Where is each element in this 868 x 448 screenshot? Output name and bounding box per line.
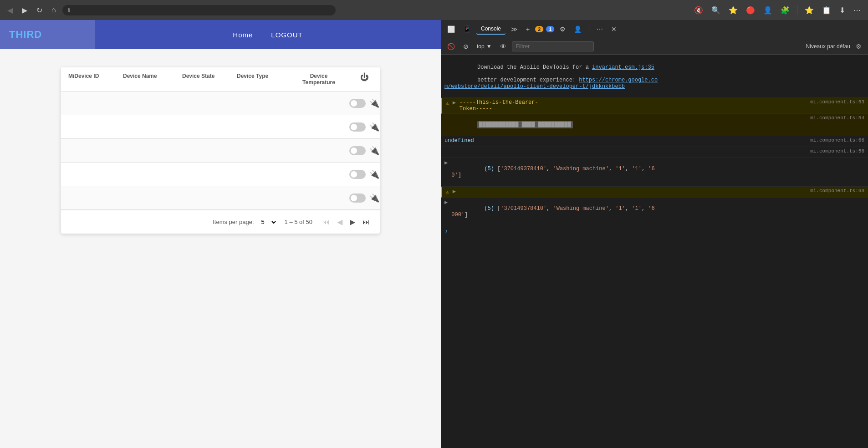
table-row: 🔌 (61, 186, 380, 210)
warning-icon-2: ⚠ (446, 189, 449, 195)
devtools-filter-toggle[interactable]: ⊘ (460, 41, 471, 52)
forward-button[interactable]: ▶ (19, 4, 30, 16)
pagination-bar: Items per page: 5 10 25 50 1 – 5 of 50 ⏮… (61, 210, 380, 234)
prev-page-button[interactable]: ◀ (334, 216, 345, 228)
home-link[interactable]: Home (233, 31, 253, 39)
top-selector[interactable]: top ▼ (474, 42, 495, 51)
expand-icon-2[interactable]: ▶ (444, 159, 448, 166)
warning-icon-1: ⚠ (446, 100, 449, 106)
expand-icon-1[interactable]: ▶ (453, 99, 456, 106)
expand-icon-3[interactable]: ▶ (453, 188, 456, 195)
toggle-slider-5 (349, 193, 366, 203)
collections-button[interactable]: 📋 (819, 4, 834, 16)
console-line-array1: ▶ (5) ['370149378410', 'Washing machine'… (441, 158, 868, 187)
app-brand: THIRD (0, 20, 95, 49)
console-file-2[interactable]: mi.component.ts:54 (810, 115, 864, 121)
toggle-slider-4 (349, 170, 366, 179)
devtools-console: Download the Apollo DevTools for a invar… (441, 55, 868, 448)
console-input[interactable] (454, 228, 864, 234)
downloads-button[interactable]: ⬇ (837, 4, 848, 16)
power-icon-header: ⏻ (360, 73, 368, 82)
devtools-panel: ⬜ 📱 Console ≫ + 2 1 ⚙ 👤 ⋯ ✕ 🚫 ⊘ top ▼ 👁 … (441, 20, 868, 448)
console-line-hidden: ████████████ ████ ██████████ mi.componen… (441, 114, 868, 136)
devtools-eye-button[interactable]: 👁 (497, 41, 509, 52)
console-text-apollo: Download the Apollo DevTools for a invar… (444, 58, 864, 96)
toggle-slider-1 (349, 99, 366, 108)
extensions-button[interactable]: 🧩 (778, 4, 792, 16)
page-nav-buttons: ⏮ ◀ ▶ ⏭ (320, 216, 373, 228)
address-bar: ℹ localhost:4200/mi (62, 5, 336, 15)
favorites-button[interactable]: ⭐ (802, 4, 817, 16)
devtools-add-button[interactable]: + (523, 24, 532, 35)
devtools-tab-console[interactable]: Console (476, 24, 505, 35)
app-navbar: THIRD Home LOGOUT (0, 20, 441, 49)
extension-red-button[interactable]: 🔴 (743, 4, 758, 16)
back-button[interactable]: ◀ (5, 4, 15, 16)
expand-icon-4[interactable]: ▶ (444, 199, 448, 206)
col-header-state: Device State (182, 73, 237, 86)
console-line-array2: ▶ (5) ['370149378410', 'Washing machine'… (441, 198, 868, 226)
cell-actions-5: 🔌 (346, 193, 380, 203)
reload-button[interactable]: ↻ (34, 4, 45, 16)
bookmark-button[interactable]: ⭐ (726, 4, 740, 16)
top-dropdown-icon: ▼ (486, 43, 492, 50)
console-text-bearer: -----This-is-the-Bearer-Token----- (460, 99, 807, 112)
cell-actions-4: 🔌 (346, 169, 380, 179)
devtools-filter-input[interactable] (512, 41, 594, 51)
console-line-apollo: Download the Apollo DevTools for a invar… (441, 56, 868, 98)
console-text-hidden: ████████████ ████ ██████████ (444, 115, 807, 134)
console-file-5[interactable]: mi.component.ts:63 (810, 188, 864, 193)
prompt-icon: › (444, 228, 448, 235)
items-per-page-select[interactable]: 5 10 25 50 (258, 217, 277, 227)
toggle-switch-1[interactable] (349, 99, 366, 108)
search-button[interactable]: 🔍 (709, 4, 723, 16)
toggle-switch-4[interactable] (349, 170, 366, 179)
plug-icon-3[interactable]: 🔌 (369, 146, 379, 156)
logout-link[interactable]: LOGOUT (271, 31, 302, 39)
devtools-options-button[interactable]: ⋯ (594, 24, 606, 35)
devtools-close-button[interactable]: ✕ (608, 24, 619, 35)
console-link-invariant[interactable]: invariant.esm.js:35 (592, 64, 654, 71)
toggle-slider-2 (349, 122, 366, 132)
items-per-page-label: Items per page: (213, 219, 254, 225)
console-file-3[interactable]: mi.component.ts:66 (810, 137, 864, 143)
console-line-56: mi.component.ts:56 (441, 147, 868, 158)
url-input[interactable]: localhost:4200/mi (74, 7, 330, 14)
devtools-toolbar: ⬜ 📱 Console ≫ + 2 1 ⚙ 👤 ⋯ ✕ (441, 20, 868, 38)
console-text-array2: (5) ['370149378410', 'Washing machine', … (451, 199, 864, 224)
devtools-device-button[interactable]: 📱 (460, 24, 474, 35)
profile-button[interactable]: 👤 (761, 4, 775, 16)
reader-mode-button[interactable]: 🔇 (691, 4, 706, 16)
plug-icon-2[interactable]: 🔌 (369, 122, 379, 132)
plug-icon-5[interactable]: 🔌 (369, 193, 379, 203)
console-file-1[interactable]: mi.component.ts:53 (810, 99, 864, 105)
devtools-clear-button[interactable]: 🚫 (444, 41, 458, 52)
cell-actions-3: 🔌 (346, 146, 380, 156)
more-button[interactable]: ⋯ (851, 4, 863, 16)
plug-icon-4[interactable]: 🔌 (369, 169, 379, 179)
devtools-inspect-button[interactable]: ⬜ (444, 24, 458, 35)
col-header-id: MiDevice ID (68, 73, 123, 86)
col-header-actions: ⏻ (346, 73, 380, 86)
browser-right-icons: 🔇 🔍 ⭐ 🔴 👤 🧩 ⭐ 📋 ⬇ ⋯ (691, 4, 863, 16)
devtools-user-button[interactable]: 👤 (571, 24, 584, 35)
app-nav-links: Home LOGOUT (95, 31, 441, 39)
top-label: top (477, 43, 485, 50)
devtools-more-tabs-button[interactable]: ≫ (508, 24, 521, 35)
col-header-type: Device Type (237, 73, 291, 86)
devtools-settings2-button[interactable]: ⚙ (853, 41, 864, 52)
last-page-button[interactable]: ⏭ (360, 216, 373, 228)
devtools-settings-button[interactable]: ⚙ (557, 24, 568, 35)
console-link-chrome[interactable]: https://chrome.google.com/webstore/detai… (444, 77, 658, 90)
items-per-page-control: Items per page: 5 10 25 50 (213, 217, 277, 227)
toggle-switch-2[interactable] (349, 122, 366, 132)
first-page-button[interactable]: ⏮ (320, 216, 332, 228)
toggle-switch-3[interactable] (349, 146, 366, 155)
device-table-card: MiDevice ID Device Name Device State Dev… (61, 67, 380, 234)
toggle-switch-5[interactable] (349, 193, 366, 203)
plug-icon-1[interactable]: 🔌 (369, 98, 379, 108)
next-page-button[interactable]: ▶ (347, 216, 358, 228)
console-file-4[interactable]: mi.component.ts:56 (810, 148, 864, 154)
home-button[interactable]: ⌂ (49, 4, 59, 16)
browser-toolbar: ◀ ▶ ↻ ⌂ ℹ localhost:4200/mi 🔇 🔍 ⭐ 🔴 👤 🧩 … (0, 0, 868, 20)
